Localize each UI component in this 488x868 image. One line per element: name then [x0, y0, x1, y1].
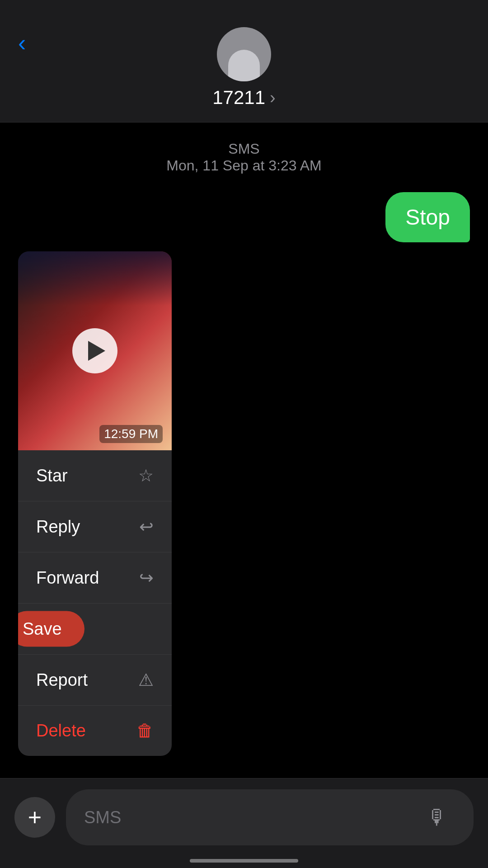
play-icon: [88, 341, 105, 361]
menu-item-report[interactable]: Report ⚠: [18, 655, 172, 706]
contact-name-row: 17211 ›: [212, 87, 275, 108]
sms-input-container[interactable]: SMS 🎙: [66, 789, 474, 845]
contact-info: 17211 ›: [212, 27, 275, 108]
report-icon: ⚠: [138, 670, 154, 690]
contact-name[interactable]: 17211: [212, 87, 265, 108]
reply-label: Reply: [36, 517, 80, 537]
avatar-figure: [228, 50, 260, 81]
message-area: SMS Mon, 11 Sep at 3:23 AM Stop: [0, 123, 488, 251]
report-label: Report: [36, 670, 88, 690]
home-indicator: [190, 859, 298, 863]
sms-placeholder: SMS: [84, 808, 121, 827]
messages-container: Stop: [18, 192, 470, 242]
delete-label: Delete: [36, 721, 86, 741]
chevron-right-icon: ›: [270, 88, 276, 108]
video-bg: 12:59 PM: [18, 251, 172, 450]
star-icon: ☆: [138, 466, 154, 486]
message-bubble-stop[interactable]: Stop: [385, 192, 470, 242]
timestamp-header: SMS Mon, 11 Sep at 3:23 AM: [18, 141, 470, 174]
menu-item-star[interactable]: Star ☆: [18, 450, 172, 501]
message-header: ‹ 17211 ›: [0, 0, 488, 123]
menu-item-reply[interactable]: Reply ↩: [18, 501, 172, 552]
video-timestamp: 12:59 PM: [99, 425, 163, 443]
service-label: SMS: [18, 141, 470, 157]
message-date: Mon, 11 Sep at 3:23 AM: [18, 157, 470, 174]
reply-icon: ↩: [139, 517, 154, 537]
play-button[interactable]: [72, 328, 117, 373]
add-button[interactable]: +: [14, 797, 55, 838]
avatar[interactable]: [217, 27, 271, 81]
context-area: 12:59 PM Star ☆ Reply ↩ Forward ↪ Save ⬆…: [0, 251, 488, 774]
bottom-bar: + SMS 🎙: [0, 778, 488, 868]
delete-icon: 🗑: [136, 721, 154, 741]
menu-item-save[interactable]: Save ⬆: [18, 604, 172, 655]
star-label: Star: [36, 466, 68, 486]
menu-item-delete[interactable]: Delete 🗑: [18, 706, 172, 756]
video-thumbnail[interactable]: 12:59 PM: [18, 251, 172, 450]
context-menu: Star ☆ Reply ↩ Forward ↪ Save ⬆ Report ⚠…: [18, 450, 172, 756]
forward-label: Forward: [36, 568, 99, 588]
forward-icon: ↪: [139, 568, 154, 588]
back-button[interactable]: ‹: [18, 29, 26, 57]
mic-button[interactable]: 🎙: [419, 799, 455, 835]
message-outgoing: Stop: [18, 192, 470, 242]
menu-item-forward[interactable]: Forward ↪: [18, 552, 172, 604]
save-pill-label: Save: [18, 611, 84, 647]
video-overlay: [18, 251, 172, 306]
